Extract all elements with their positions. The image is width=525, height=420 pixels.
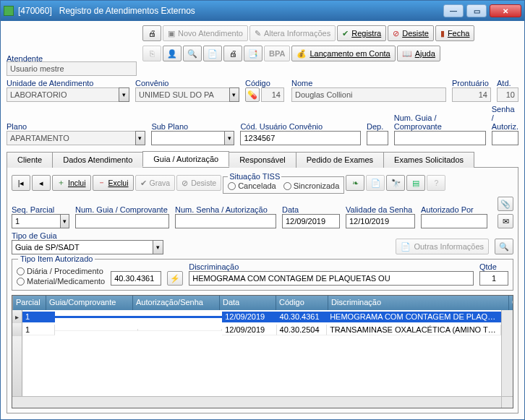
plus-icon: ＋ [57, 178, 65, 188]
material-radio[interactable]: Material/Medicamento [17, 277, 105, 286]
situacao-tiss-group: Situação TISS Cancelada Sincronizada [223, 172, 344, 194]
seqparcial-field[interactable] [12, 214, 60, 228]
unidade-field [7, 87, 119, 102]
tipoitem-legend: Tipo Item Autorizado [18, 254, 95, 263]
maximize-button[interactable]: ▭ [466, 4, 487, 17]
person-icon[interactable]: 👤 [163, 46, 182, 61]
row-marker[interactable]: ▸ [12, 310, 22, 323]
mail-icon[interactable]: ✉ [498, 214, 513, 228]
item-codigo-field[interactable] [111, 271, 161, 286]
bolt-icon[interactable]: ⚡ [167, 271, 183, 286]
desiste-button[interactable]: ⊘Desiste [388, 25, 434, 41]
zoom-icon[interactable]: 🔍 [183, 46, 202, 61]
tipoguia-drop[interactable]: ▾ [153, 240, 163, 254]
copy-icon[interactable]: 📑 [244, 46, 262, 61]
bpa-button: BPA [264, 46, 290, 61]
doc1-icon[interactable]: 📄 [203, 46, 222, 61]
printer-icon: 🖨 [148, 29, 156, 38]
radio-icon [283, 182, 291, 190]
binoculars-icon[interactable]: 🔭 [386, 175, 405, 191]
close-button[interactable]: ✕ [490, 4, 521, 17]
minus-icon: － [98, 178, 106, 188]
subplano-label: Sub Plano [151, 122, 234, 131]
codigo-icon[interactable]: 💊 [245, 87, 260, 102]
row-marker[interactable] [12, 323, 22, 336]
convenio-field [135, 87, 229, 102]
app-window: [470060] Registro de Atendimentos Extern… [0, 0, 525, 420]
tab-cliente[interactable]: Cliente [7, 152, 53, 168]
minimize-button[interactable]: — [443, 4, 464, 17]
zoom2-icon[interactable]: 🔍 [495, 239, 513, 254]
scrollbar-vertical[interactable] [501, 310, 513, 396]
row-marker-empty [12, 336, 22, 396]
senha-field[interactable] [492, 131, 518, 145]
grid-body[interactable]: 112/09/201940.30.4361HEMOGRAMA COM CONTA… [22, 310, 501, 396]
exclui-button[interactable]: －Exclui [93, 175, 134, 191]
doc3-icon: 📄 [401, 242, 411, 252]
tipo-item-group: Tipo Item Autorizado Diária / Procedimen… [12, 259, 513, 291]
edit-icon: ✎ [255, 29, 261, 38]
col-discriminacao[interactable]: Discriminação [328, 296, 509, 310]
outras-info-button: 📄Outras Informações [396, 239, 489, 254]
autorizado-field[interactable] [421, 214, 487, 228]
table-row[interactable]: 112/09/201940.30.4361HEMOGRAMA COM CONTA… [22, 310, 501, 323]
sheet-icon[interactable]: ▤ [406, 175, 425, 191]
window-code: [470060] [18, 6, 52, 16]
subplano-field[interactable] [151, 131, 224, 145]
diaria-radio[interactable]: Diária / Procedimento [17, 267, 105, 275]
unidade-drop[interactable]: ▾ [119, 87, 129, 102]
nav-prev-icon[interactable]: ◂ [32, 175, 51, 191]
discriminacao-field[interactable] [189, 271, 474, 286]
numguia2-field[interactable] [75, 214, 169, 228]
col-data[interactable]: Data [220, 296, 276, 310]
cancel-icon: ⊘ [393, 29, 399, 38]
grid[interactable]: Parcial Guia/Comprovante Autorização/Sen… [12, 295, 513, 408]
tiss-sincronizada-radio[interactable]: Sincronizada [283, 181, 340, 190]
tipoguia-field[interactable] [12, 240, 153, 254]
col-autorizacao[interactable]: Autorização/Senha [133, 296, 220, 310]
prontuario-label: Prontuário [452, 79, 491, 87]
convenio-drop[interactable]: ▾ [229, 87, 240, 102]
tab-guia[interactable]: Guia / Autorização [142, 151, 229, 167]
tab-exames[interactable]: Exames Solicitados [383, 152, 474, 168]
codusuario-field[interactable] [240, 131, 361, 145]
convenio-label: Convênio [135, 79, 239, 87]
lancamento-conta-button[interactable]: 💰Lançamento em Conta [291, 46, 395, 61]
tab-responsavel[interactable]: Responsável [229, 152, 296, 168]
nav-first-icon[interactable]: |◂ [12, 175, 30, 191]
cell-discriminacao: TRANSAMINASE OXALACÉTICA (AMINO TRANSFER [327, 325, 501, 335]
tab-dados[interactable]: Dados Atendimento [52, 152, 143, 168]
tool1-icon: ⎘ [142, 46, 161, 61]
fecha-button[interactable]: ▮Fecha [435, 25, 475, 41]
subplano-drop[interactable]: ▾ [224, 131, 234, 145]
help-icon: 📖 [402, 49, 412, 59]
numguia2-label: Num. Guia / Comprovante [75, 205, 169, 214]
print-button[interactable]: 🖨 [142, 25, 161, 41]
radio-icon [17, 278, 25, 286]
registra-button[interactable]: ✔Registra [337, 25, 386, 41]
seqparcial-drop[interactable]: ▾ [60, 214, 69, 228]
app-icon [4, 6, 14, 16]
numguia-field[interactable] [394, 131, 486, 145]
plano-drop[interactable]: ▾ [135, 131, 146, 145]
plano-field [7, 131, 135, 145]
numsenha-field[interactable] [175, 214, 276, 228]
ajuda-button[interactable]: 📖Ajuda [397, 46, 440, 61]
qtde-field[interactable] [479, 271, 508, 286]
col-codigo[interactable]: Código [276, 296, 328, 310]
inclui-button[interactable]: ＋Inclui [52, 175, 91, 191]
col-guia[interactable]: Guia/Comprovante [46, 296, 133, 310]
data-field[interactable] [282, 214, 340, 228]
leaf-icon[interactable]: ❧ [346, 175, 364, 191]
codusuario-label: Cód. Usuário Convênio [240, 122, 361, 131]
tiss-cancelada-radio[interactable]: Cancelada [228, 181, 276, 190]
col-qt[interactable]: Qt [509, 296, 513, 310]
validade-field[interactable] [346, 214, 415, 228]
dep-field[interactable] [367, 131, 388, 145]
tab-pedido[interactable]: Pedido de Exames [296, 152, 384, 168]
col-parcial[interactable]: Parcial [13, 296, 46, 310]
attach-icon[interactable]: 📎 [498, 197, 513, 211]
table-row[interactable]: 112/09/201940.30.2504TRANSAMINASE OXALAC… [22, 323, 501, 336]
print2-icon[interactable]: 🖨 [223, 46, 242, 61]
radio-icon [228, 182, 236, 190]
